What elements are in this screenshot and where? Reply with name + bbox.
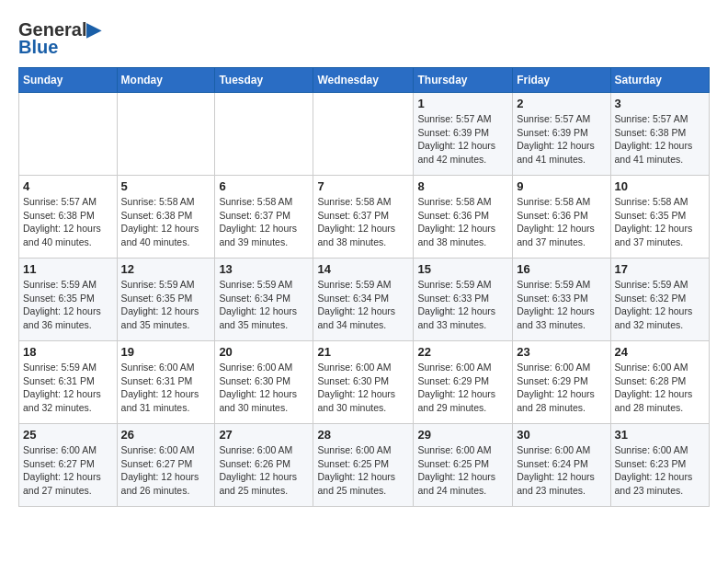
day-number: 17: [615, 262, 705, 276]
calendar-cell: [313, 93, 414, 176]
day-info: Sunrise: 6:00 AM Sunset: 6:25 PM Dayligh…: [417, 443, 508, 498]
day-number: 1: [417, 97, 508, 110]
calendar-cell: 23Sunrise: 6:00 AM Sunset: 6:29 PM Dayli…: [513, 341, 610, 424]
day-info: Sunrise: 6:00 AM Sunset: 6:27 PM Dayligh…: [121, 443, 211, 498]
day-number: 8: [417, 179, 508, 193]
day-info: Sunrise: 6:00 AM Sunset: 6:30 PM Dayligh…: [317, 361, 409, 415]
logo: General▶ Blue: [18, 18, 100, 58]
day-number: 5: [121, 179, 211, 193]
day-number: 6: [219, 179, 309, 193]
weekday-header: Friday: [513, 68, 610, 93]
day-number: 19: [121, 345, 211, 359]
weekday-header: Tuesday: [215, 68, 313, 93]
day-info: Sunrise: 6:00 AM Sunset: 6:28 PM Dayligh…: [615, 361, 705, 415]
day-number: 11: [23, 262, 113, 276]
calendar-cell: 25Sunrise: 6:00 AM Sunset: 6:27 PM Dayli…: [19, 424, 118, 507]
day-info: Sunrise: 5:59 AM Sunset: 6:31 PM Dayligh…: [23, 361, 113, 415]
day-info: Sunrise: 5:57 AM Sunset: 6:39 PM Dayligh…: [517, 112, 606, 167]
day-number: 13: [219, 262, 309, 276]
calendar-cell: [117, 93, 215, 176]
day-info: Sunrise: 6:00 AM Sunset: 6:31 PM Dayligh…: [121, 361, 211, 415]
calendar-cell: 2Sunrise: 5:57 AM Sunset: 6:39 PM Daylig…: [513, 93, 610, 176]
day-number: 24: [615, 345, 705, 359]
day-info: Sunrise: 6:00 AM Sunset: 6:24 PM Dayligh…: [517, 443, 606, 498]
day-number: 12: [121, 262, 211, 276]
day-info: Sunrise: 5:58 AM Sunset: 6:36 PM Dayligh…: [517, 195, 606, 249]
day-number: 10: [615, 179, 705, 193]
day-info: Sunrise: 5:59 AM Sunset: 6:35 PM Dayligh…: [121, 278, 211, 332]
calendar-cell: 5Sunrise: 5:58 AM Sunset: 6:38 PM Daylig…: [117, 176, 215, 259]
day-number: 16: [517, 262, 606, 276]
calendar-cell: 11Sunrise: 5:59 AM Sunset: 6:35 PM Dayli…: [19, 259, 118, 341]
calendar-cell: 6Sunrise: 5:58 AM Sunset: 6:37 PM Daylig…: [215, 176, 313, 259]
calendar-cell: 26Sunrise: 6:00 AM Sunset: 6:27 PM Dayli…: [117, 424, 215, 507]
day-info: Sunrise: 5:58 AM Sunset: 6:38 PM Dayligh…: [121, 195, 211, 249]
calendar-cell: 8Sunrise: 5:58 AM Sunset: 6:36 PM Daylig…: [414, 176, 513, 259]
day-info: Sunrise: 6:00 AM Sunset: 6:25 PM Dayligh…: [317, 443, 409, 498]
weekday-header: Monday: [117, 68, 215, 93]
day-number: 7: [317, 179, 409, 193]
weekday-header: Wednesday: [313, 68, 414, 93]
page-header: General▶ Blue: [18, 18, 710, 58]
calendar-cell: 19Sunrise: 6:00 AM Sunset: 6:31 PM Dayli…: [117, 341, 215, 424]
calendar-body: 1Sunrise: 5:57 AM Sunset: 6:39 PM Daylig…: [19, 93, 710, 507]
day-number: 31: [615, 428, 705, 442]
day-info: Sunrise: 6:00 AM Sunset: 6:30 PM Dayligh…: [219, 361, 309, 415]
day-number: 18: [23, 345, 113, 359]
day-info: Sunrise: 5:59 AM Sunset: 6:34 PM Dayligh…: [317, 278, 409, 332]
day-number: 21: [317, 345, 409, 359]
day-number: 15: [417, 262, 508, 276]
day-info: Sunrise: 5:57 AM Sunset: 6:39 PM Dayligh…: [417, 112, 508, 167]
calendar-cell: [215, 93, 313, 176]
calendar-header: SundayMondayTuesdayWednesdayThursdayFrid…: [19, 68, 710, 93]
day-info: Sunrise: 5:59 AM Sunset: 6:32 PM Dayligh…: [615, 278, 705, 332]
day-number: 27: [219, 428, 309, 442]
day-number: 30: [517, 428, 606, 442]
calendar-cell: 13Sunrise: 5:59 AM Sunset: 6:34 PM Dayli…: [215, 259, 313, 341]
calendar-table: SundayMondayTuesdayWednesdayThursdayFrid…: [18, 67, 710, 507]
calendar-cell: 15Sunrise: 5:59 AM Sunset: 6:33 PM Dayli…: [414, 259, 513, 341]
calendar-cell: 27Sunrise: 6:00 AM Sunset: 6:26 PM Dayli…: [215, 424, 313, 507]
calendar-cell: 24Sunrise: 6:00 AM Sunset: 6:28 PM Dayli…: [610, 341, 709, 424]
calendar-cell: 28Sunrise: 6:00 AM Sunset: 6:25 PM Dayli…: [313, 424, 414, 507]
day-number: 23: [517, 345, 606, 359]
day-number: 3: [615, 97, 705, 110]
day-number: 29: [417, 428, 508, 442]
calendar-cell: 3Sunrise: 5:57 AM Sunset: 6:38 PM Daylig…: [610, 93, 709, 176]
day-info: Sunrise: 5:58 AM Sunset: 6:35 PM Dayligh…: [615, 195, 705, 249]
calendar-cell: 29Sunrise: 6:00 AM Sunset: 6:25 PM Dayli…: [414, 424, 513, 507]
day-info: Sunrise: 5:59 AM Sunset: 6:33 PM Dayligh…: [417, 278, 508, 332]
calendar-cell: 14Sunrise: 5:59 AM Sunset: 6:34 PM Dayli…: [313, 259, 414, 341]
logo-subtext: Blue: [18, 37, 58, 58]
calendar-cell: 30Sunrise: 6:00 AM Sunset: 6:24 PM Dayli…: [513, 424, 610, 507]
day-number: 25: [23, 428, 113, 442]
day-info: Sunrise: 5:59 AM Sunset: 6:33 PM Dayligh…: [517, 278, 606, 332]
day-info: Sunrise: 6:00 AM Sunset: 6:26 PM Dayligh…: [219, 443, 309, 498]
calendar-cell: 12Sunrise: 5:59 AM Sunset: 6:35 PM Dayli…: [117, 259, 215, 341]
day-info: Sunrise: 5:59 AM Sunset: 6:34 PM Dayligh…: [219, 278, 309, 332]
day-info: Sunrise: 5:58 AM Sunset: 6:36 PM Dayligh…: [417, 195, 508, 249]
calendar-cell: 31Sunrise: 6:00 AM Sunset: 6:23 PM Dayli…: [610, 424, 709, 507]
calendar-cell: 7Sunrise: 5:58 AM Sunset: 6:37 PM Daylig…: [313, 176, 414, 259]
day-number: 20: [219, 345, 309, 359]
day-info: Sunrise: 6:00 AM Sunset: 6:27 PM Dayligh…: [23, 443, 113, 498]
calendar-cell: 10Sunrise: 5:58 AM Sunset: 6:35 PM Dayli…: [610, 176, 709, 259]
weekday-header: Saturday: [610, 68, 709, 93]
day-number: 9: [517, 179, 606, 193]
day-info: Sunrise: 6:00 AM Sunset: 6:23 PM Dayligh…: [615, 443, 705, 498]
calendar-cell: 18Sunrise: 5:59 AM Sunset: 6:31 PM Dayli…: [19, 341, 118, 424]
day-number: 28: [317, 428, 409, 442]
calendar-cell: [19, 93, 118, 176]
calendar-cell: 21Sunrise: 6:00 AM Sunset: 6:30 PM Dayli…: [313, 341, 414, 424]
calendar-cell: 22Sunrise: 6:00 AM Sunset: 6:29 PM Dayli…: [414, 341, 513, 424]
calendar-cell: 17Sunrise: 5:59 AM Sunset: 6:32 PM Dayli…: [610, 259, 709, 341]
day-info: Sunrise: 5:57 AM Sunset: 6:38 PM Dayligh…: [23, 195, 113, 249]
day-info: Sunrise: 5:58 AM Sunset: 6:37 PM Dayligh…: [317, 195, 409, 249]
day-info: Sunrise: 5:58 AM Sunset: 6:37 PM Dayligh…: [219, 195, 309, 249]
day-number: 4: [23, 179, 113, 193]
day-number: 26: [121, 428, 211, 442]
day-info: Sunrise: 6:00 AM Sunset: 6:29 PM Dayligh…: [417, 361, 508, 415]
day-info: Sunrise: 6:00 AM Sunset: 6:29 PM Dayligh…: [517, 361, 606, 415]
day-number: 2: [517, 97, 606, 110]
calendar-cell: 1Sunrise: 5:57 AM Sunset: 6:39 PM Daylig…: [414, 93, 513, 176]
